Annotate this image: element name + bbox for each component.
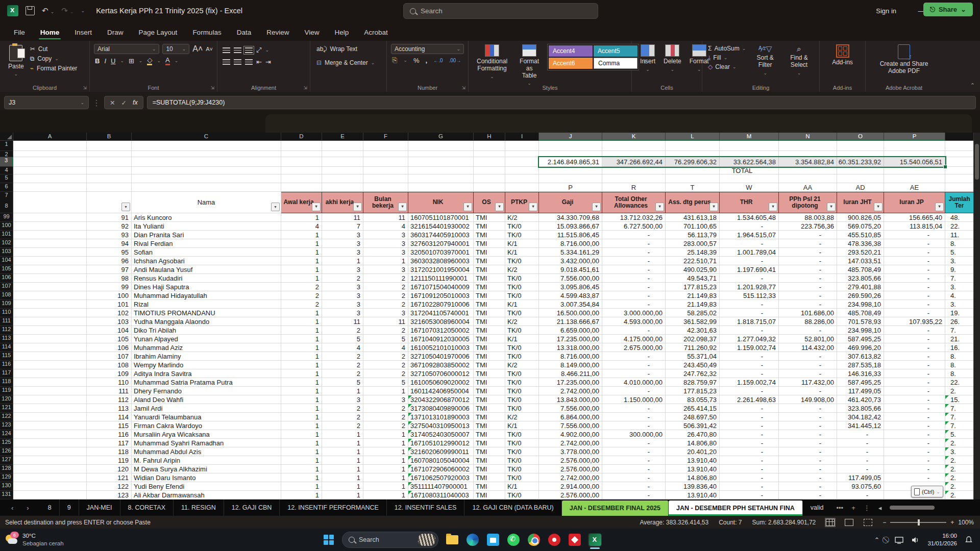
cell[interactable]: 5. bbox=[945, 248, 974, 257]
cell[interactable] bbox=[505, 141, 539, 151]
cell[interactable]: - bbox=[884, 309, 945, 317]
cell[interactable]: - bbox=[837, 447, 884, 456]
cell[interactable]: TMI bbox=[474, 456, 505, 465]
cell[interactable]: 4.593.000,00 bbox=[602, 317, 666, 326]
cell[interactable]: 2. bbox=[945, 456, 974, 465]
cell[interactable]: - bbox=[779, 491, 837, 499]
hidden-icons-chevron[interactable]: ⌃ bbox=[874, 536, 880, 544]
cell[interactable]: 828.759,97 bbox=[666, 378, 720, 387]
cell[interactable]: 3. bbox=[945, 283, 974, 291]
cell[interactable]: 5.334.161,29 bbox=[539, 248, 602, 257]
column-header-L[interactable]: L bbox=[666, 133, 720, 141]
row-header[interactable]: 119 bbox=[0, 387, 13, 395]
total-cell[interactable]: 3.354.882,84 bbox=[779, 157, 837, 167]
cell[interactable]: 361.582,99 bbox=[666, 317, 720, 326]
cell[interactable]: - bbox=[779, 283, 837, 291]
cell[interactable]: 3205010703970001 bbox=[408, 248, 474, 257]
italic-button[interactable]: I bbox=[104, 57, 106, 65]
cell[interactable]: 1 bbox=[281, 231, 322, 239]
vertical-scrollbar-thumb[interactable] bbox=[975, 144, 979, 180]
cell[interactable] bbox=[602, 174, 666, 183]
cell[interactable] bbox=[13, 404, 87, 413]
cell[interactable]: Yanuardi Telaumbanua bbox=[132, 413, 281, 421]
row-header[interactable]: 129 bbox=[0, 473, 13, 482]
cell[interactable]: Dian Pranita Sari bbox=[132, 231, 281, 239]
cell[interactable] bbox=[13, 491, 87, 499]
increase-decimal-icon[interactable]: ←.0 bbox=[433, 58, 443, 63]
total-cell[interactable]: 347.266.692,44 bbox=[602, 157, 666, 167]
cell[interactable]: TMI bbox=[474, 491, 505, 499]
cell[interactable]: - bbox=[884, 343, 945, 352]
cell[interactable]: 1 bbox=[322, 439, 363, 447]
row-header[interactable]: 111 bbox=[0, 317, 13, 326]
align-middle-icon[interactable] bbox=[234, 47, 241, 53]
cell[interactable]: - bbox=[779, 361, 837, 369]
cell[interactable]: 3271050401970006 bbox=[408, 352, 474, 361]
cell[interactable]: 3671092803850002 bbox=[408, 361, 474, 369]
cell[interactable]: - bbox=[720, 413, 779, 421]
cell[interactable]: 5 bbox=[322, 335, 363, 343]
cell[interactable]: - bbox=[602, 265, 666, 274]
cell[interactable]: TMI bbox=[474, 326, 505, 335]
red-diamond-app-icon[interactable] bbox=[568, 533, 581, 547]
cell[interactable] bbox=[602, 167, 666, 174]
cell[interactable]: 1 bbox=[281, 404, 322, 413]
cell[interactable]: 1671040912030005 bbox=[408, 335, 474, 343]
cell[interactable]: 1 bbox=[281, 239, 322, 248]
more-sheets-icon[interactable]: ••• bbox=[836, 504, 843, 512]
cell[interactable]: 283.000,57 bbox=[666, 239, 720, 248]
cell[interactable]: 139.836,40 bbox=[666, 482, 720, 491]
cell[interactable]: - bbox=[720, 274, 779, 283]
cell[interactable]: - bbox=[779, 231, 837, 239]
cell[interactable]: - bbox=[779, 352, 837, 361]
cell[interactable]: 1 bbox=[281, 352, 322, 361]
horizontal-scrollbar-thumb[interactable] bbox=[890, 506, 935, 510]
cell[interactable]: 5. bbox=[945, 430, 974, 439]
cell[interactable]: 1.001.789,04 bbox=[720, 248, 779, 257]
cell[interactable]: 1 bbox=[281, 439, 322, 447]
cell[interactable]: Dhery Fernando bbox=[132, 387, 281, 395]
cell[interactable]: 3216020609990011 bbox=[408, 447, 474, 456]
delete-cells-button[interactable]: Delete⌄ bbox=[659, 44, 685, 72]
sheet-tab-jan-mei[interactable]: JAN-MEI bbox=[79, 499, 120, 516]
cell[interactable] bbox=[884, 151, 945, 157]
taskbar-search[interactable]: Search bbox=[342, 532, 438, 548]
weather-widget[interactable]: 6 30°CSebagian cerah bbox=[0, 532, 117, 547]
cell[interactable]: - bbox=[720, 352, 779, 361]
cell[interactable]: 2.576.000,00 bbox=[539, 456, 602, 465]
sort-filter-button[interactable]: ᴬ⁄ᶻ▽Sort & Filter⌄ bbox=[750, 44, 780, 76]
cell[interactable]: 461.420,73 bbox=[837, 395, 884, 404]
whatsapp-icon[interactable] bbox=[506, 533, 520, 547]
cell[interactable]: 5 bbox=[363, 378, 408, 387]
cell[interactable]: 113.815,04 bbox=[884, 222, 945, 231]
cell[interactable]: 247.762,32 bbox=[666, 369, 720, 378]
cell[interactable]: 3271050706000012 bbox=[408, 369, 474, 378]
cell[interactable] bbox=[281, 157, 322, 167]
cell[interactable]: 304.182,42 bbox=[837, 413, 884, 421]
wrap-text-button[interactable]: ab⤸Wrap Text bbox=[314, 44, 382, 54]
cell[interactable]: 177.815,23 bbox=[666, 283, 720, 291]
cell[interactable]: 1 bbox=[281, 343, 322, 352]
cell[interactable]: - bbox=[884, 283, 945, 291]
cell[interactable]: 4 bbox=[322, 343, 363, 352]
cell[interactable]: 3 bbox=[322, 248, 363, 257]
filter-button[interactable]: ▾ bbox=[827, 203, 836, 211]
cell[interactable]: TK/0 bbox=[505, 283, 539, 291]
cell[interactable]: 21.138.666,67 bbox=[539, 317, 602, 326]
cell[interactable]: 1 bbox=[363, 456, 408, 465]
cell[interactable]: Yunan Alpayed bbox=[132, 335, 281, 343]
cell[interactable] bbox=[13, 395, 87, 404]
conditional-formatting-button[interactable]: Conditional Formatting⌄ bbox=[473, 44, 511, 80]
cell[interactable]: Dines Haji Saputra bbox=[132, 283, 281, 291]
cell[interactable] bbox=[132, 141, 281, 151]
cell[interactable]: 1371013101890003 bbox=[408, 413, 474, 421]
cell[interactable] bbox=[474, 167, 505, 174]
cell[interactable]: 99 bbox=[87, 283, 132, 291]
cell[interactable]: 108 bbox=[87, 361, 132, 369]
style-chip-accent5[interactable]: Accent5 bbox=[594, 45, 638, 57]
filter-button[interactable]: ▾ bbox=[121, 203, 130, 211]
column-header-label[interactable]: Iuran JP▾ bbox=[884, 192, 945, 213]
cell[interactable]: Aris Kuncoro bbox=[132, 213, 281, 222]
cell[interactable] bbox=[539, 167, 602, 174]
cell[interactable]: 6.727.500,00 bbox=[602, 222, 666, 231]
